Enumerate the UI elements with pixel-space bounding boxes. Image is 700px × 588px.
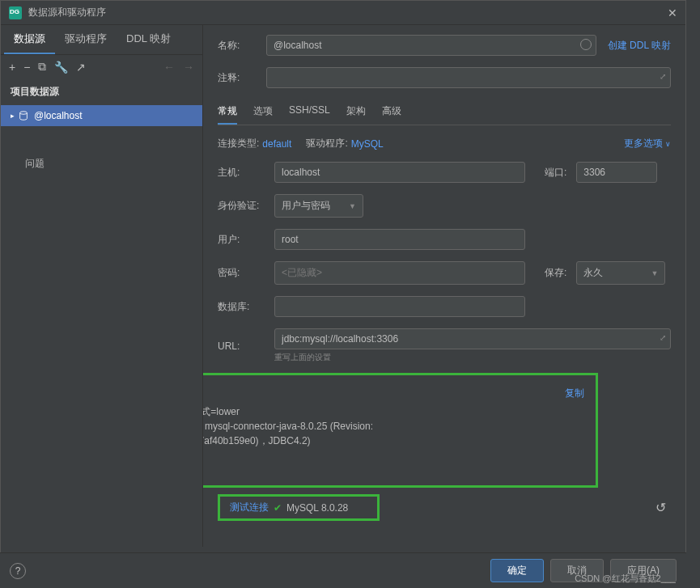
chevron-down-icon: ∨: [665, 140, 671, 148]
driver-link[interactable]: MySQL: [351, 138, 384, 150]
app-logo-icon: [9, 6, 22, 19]
chevron-down-icon: ▼: [349, 202, 356, 210]
check-icon: ✔: [274, 502, 282, 514]
prev-icon[interactable]: ←: [163, 61, 175, 74]
more-options-link[interactable]: 更多选项 ∨: [624, 137, 671, 150]
driver-label: 驱动程序:: [306, 137, 347, 150]
sidebar-item-localhost[interactable]: ▸ @localhost: [1, 105, 202, 126]
host-input[interactable]: [274, 162, 525, 183]
tab-driver[interactable]: 驱动程序: [55, 25, 117, 54]
datasource-icon: [18, 110, 29, 121]
comment-label: 注释:: [218, 71, 266, 85]
subtab-options[interactable]: 选项: [253, 99, 273, 125]
watermark: CSDN @红花与香菇2___: [575, 573, 676, 585]
add-icon[interactable]: +: [9, 61, 15, 74]
port-input[interactable]: [576, 162, 657, 183]
host-label: 主机:: [218, 166, 274, 180]
create-ddl-link[interactable]: 创建 DDL 映射: [596, 39, 671, 53]
sidebar-toolbar: + − ⧉ 🔧 ↗ ← →: [1, 55, 202, 78]
expand-icon[interactable]: ⤢: [660, 333, 666, 342]
conn-type-link[interactable]: default: [262, 138, 291, 150]
auth-label: 身份验证:: [218, 199, 274, 213]
chevron-down-icon: ▼: [651, 269, 658, 277]
titlebar: 数据源和驱动程序 ✕: [1, 1, 685, 25]
test-connection-link[interactable]: 测试连接: [230, 501, 269, 514]
password-input[interactable]: <已隐藏>: [274, 261, 525, 285]
tab-ddl[interactable]: DDL 映射: [117, 25, 180, 54]
sidebar: 数据源 驱动程序 DDL 映射 + − ⧉ 🔧 ↗ ← → 项目数据源 ▸ @l…: [1, 25, 203, 547]
subtabs: 常规 选项 SSH/SSL 架构 高级: [218, 99, 671, 125]
svg-point-0: [20, 112, 28, 115]
port-label: 端口:: [545, 166, 566, 180]
url-label: URL:: [218, 341, 274, 352]
subtab-schema[interactable]: 架构: [346, 99, 366, 125]
copy-icon[interactable]: ⧉: [38, 60, 46, 74]
sidebar-tabs: 数据源 驱动程序 DDL 映射: [1, 25, 202, 55]
save-select[interactable]: 永久 ▼: [576, 261, 665, 285]
chevron-right-icon: ▸: [11, 112, 15, 120]
subtab-general[interactable]: 常规: [218, 99, 237, 125]
ok-button[interactable]: 确定: [490, 559, 544, 582]
window-title: 数据源和驱动程序: [28, 6, 106, 19]
sidebar-problems[interactable]: 问题: [1, 150, 202, 177]
database-input[interactable]: [274, 296, 525, 317]
sidebar-item-label: @localhost: [34, 110, 83, 121]
password-label: 密码:: [218, 266, 274, 280]
right-strip: [686, 49, 700, 534]
save-label: 保存:: [545, 266, 566, 280]
user-label: 用户:: [218, 233, 274, 247]
revert-icon[interactable]: ↺: [655, 500, 666, 515]
auth-select[interactable]: 用户与密码 ▼: [274, 194, 363, 218]
copy-link[interactable]: 复制: [565, 387, 584, 400]
comment-input[interactable]: [266, 67, 671, 88]
next-icon[interactable]: →: [183, 61, 194, 74]
test-result-panel: 已成功 复制 DBMS: MySQL(版本 8.0.28) 区分大小写: 普通形…: [203, 373, 598, 488]
user-input[interactable]: [274, 229, 525, 250]
name-input[interactable]: [266, 35, 596, 56]
color-circle-icon[interactable]: [580, 39, 592, 50]
wrench-icon[interactable]: 🔧: [54, 61, 68, 74]
name-label: 名称:: [218, 39, 266, 53]
subtab-ssh[interactable]: SSH/SSL: [289, 99, 330, 125]
test-connection-row: 测试连接 ✔ MySQL 8.0.28: [218, 494, 380, 521]
help-icon[interactable]: ?: [10, 563, 26, 579]
test-version: MySQL 8.0.28: [286, 502, 348, 514]
result-body: DBMS: MySQL(版本 8.0.28) 区分大小写: 普通形式=lower…: [203, 390, 584, 477]
tab-datasource[interactable]: 数据源: [4, 25, 55, 54]
project-ds-header: 项目数据源: [1, 78, 202, 105]
url-hint: 重写上面的设置: [274, 352, 671, 363]
main-panel: 名称: 创建 DDL 映射 注释: ⤢ 常规 选项 SSH/SSL 架构: [203, 25, 685, 547]
remove-icon[interactable]: −: [23, 61, 30, 74]
close-icon[interactable]: ✕: [668, 6, 677, 19]
subtab-advanced[interactable]: 高级: [382, 99, 401, 125]
goto-icon[interactable]: ↗: [76, 61, 86, 74]
expand-icon[interactable]: ⤢: [660, 72, 666, 81]
conn-type-label: 连接类型:: [218, 137, 259, 150]
database-label: 数据库:: [218, 300, 274, 314]
url-input[interactable]: [274, 328, 671, 349]
